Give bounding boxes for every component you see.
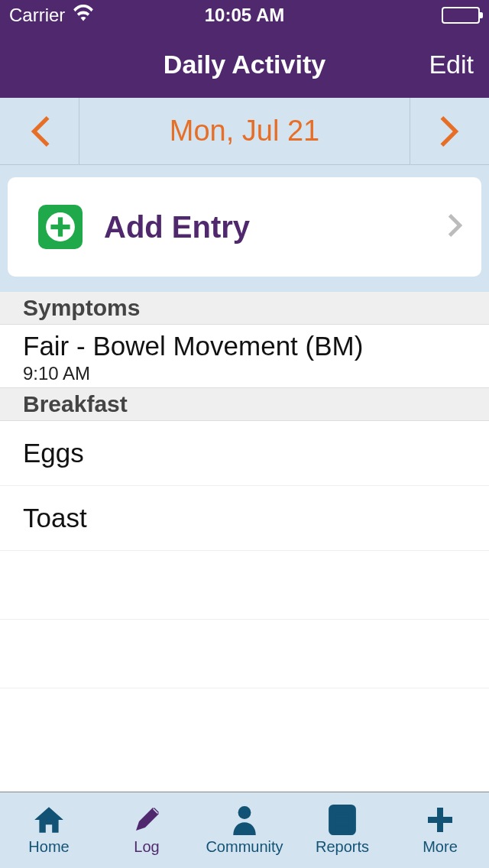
entry-title: Fair - Bowel Movement (BM) [23,331,466,361]
empty-row [0,620,489,688]
edit-button[interactable]: Edit [429,50,474,79]
tab-reports[interactable]: Reports [293,792,391,868]
add-entry-label: Add Entry [104,210,250,245]
svg-rect-5 [336,813,349,815]
svg-rect-6 [336,818,349,821]
tab-log[interactable]: Log [98,792,196,868]
food-item[interactable]: Toast [0,486,489,551]
home-icon [33,805,65,835]
food-item[interactable]: Eggs [0,421,489,486]
svg-rect-2 [50,225,70,229]
page-title: Daily Activity [164,50,325,79]
tab-label: Reports [316,838,369,856]
add-entry-button[interactable]: Add Entry [8,177,481,277]
svg-rect-9 [428,817,452,823]
tab-label: Log [134,838,159,856]
tab-label: Home [28,838,69,856]
person-icon [230,805,259,835]
clock: 10:05 AM [205,5,284,26]
prev-day-button[interactable] [0,98,79,164]
date-label[interactable]: Mon, Jul 21 [79,98,410,164]
nav-bar: Daily Activity Edit [0,31,489,98]
date-bar: Mon, Jul 21 [0,98,489,165]
add-entry-section: Add Entry [0,165,489,292]
pencil-icon [131,805,162,835]
section-header-symptoms: Symptoms [0,292,489,325]
tab-home[interactable]: Home [0,792,98,868]
section-header-breakfast: Breakfast [0,388,489,421]
tab-community[interactable]: Community [196,792,293,868]
wifi-icon [73,5,94,26]
tab-bar: Home Log Community Reports More [0,792,489,868]
svg-point-3 [238,806,251,819]
chevron-right-icon [448,214,463,240]
carrier-label: Carrier [9,5,65,26]
plus-icon [425,805,455,835]
tab-more[interactable]: More [391,792,489,868]
battery-icon [442,7,480,24]
tab-label: Community [206,838,283,856]
status-bar: Carrier 10:05 AM [0,0,489,31]
empty-row [0,551,489,620]
svg-rect-7 [336,824,349,826]
entry-time: 9:10 AM [23,363,466,384]
tab-label: More [423,838,458,856]
plus-circle-icon [38,205,83,249]
list-icon [329,805,356,835]
symptom-entry[interactable]: Fair - Bowel Movement (BM) 9:10 AM [0,325,489,388]
next-day-button[interactable] [410,98,489,164]
